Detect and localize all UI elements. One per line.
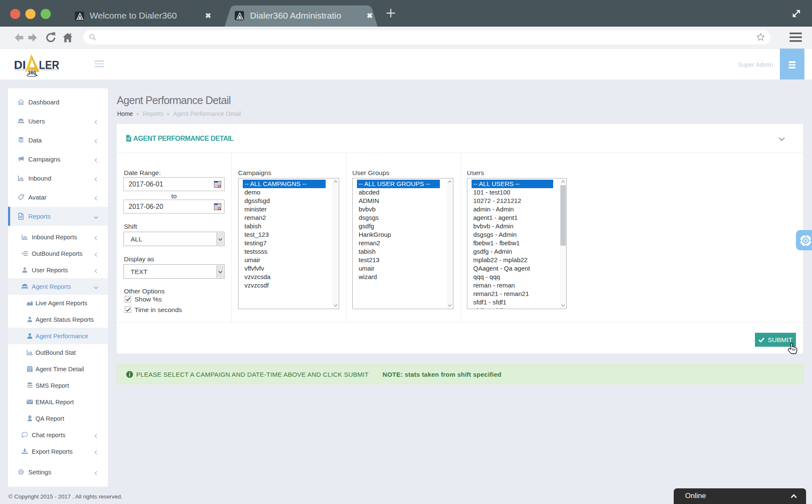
list-option[interactable]: testing7: [243, 239, 326, 247]
list-option[interactable]: vzvzcsdf: [243, 281, 326, 290]
sidebar-item-sms-report[interactable]: SMS Report: [8, 377, 108, 394]
list-option[interactable]: test_123: [243, 230, 326, 239]
scroll-down-icon[interactable]: [447, 302, 453, 309]
calendar-picker-icon[interactable]: [214, 203, 221, 210]
list-option[interactable]: QAagent - Qa agent: [472, 264, 553, 273]
scroll-down-icon[interactable]: [560, 302, 566, 309]
breadcrumb-home[interactable]: Home: [117, 110, 133, 117]
select-dropdown-button[interactable]: [217, 265, 224, 278]
scroll-up-icon[interactable]: [560, 178, 566, 185]
list-option[interactable]: reman - reman: [472, 281, 553, 290]
list-option[interactable]: admin - Admin: [472, 205, 553, 214]
browser-menu-icon[interactable]: [790, 31, 802, 44]
list-option[interactable]: tabish: [243, 222, 326, 230]
back-icon[interactable]: [14, 30, 25, 45]
list-option[interactable]: mplab22 - mplab22: [472, 256, 553, 264]
list-option[interactable]: 10272 - 2121212: [472, 197, 553, 205]
list-option[interactable]: sfdf1 - sfdf1: [472, 298, 553, 307]
list-option[interactable]: gsdfg: [357, 222, 440, 230]
sidebar-item-data[interactable]: Data: [8, 131, 108, 150]
user-name-label[interactable]: Super Admin: [738, 61, 773, 68]
list-option[interactable]: bvbvb: [357, 205, 440, 214]
forward-icon[interactable]: [27, 30, 38, 45]
sidebar-item-qa-report[interactable]: QA Report: [8, 410, 108, 427]
scroll-up-icon[interactable]: [447, 178, 453, 185]
window-minimize-button[interactable]: [25, 9, 36, 19]
sidebar-item-agent-time-detail[interactable]: Agent Time Detail: [8, 361, 108, 377]
window-close-button[interactable]: [10, 9, 20, 19]
list-option[interactable]: dsgsgs: [357, 214, 440, 222]
calendar-picker-icon[interactable]: [214, 181, 221, 188]
sidebar-item-inbound-reports[interactable]: Inbound Reports: [8, 229, 108, 245]
tab-close-icon[interactable]: ✖: [205, 11, 211, 20]
scrollbar-thumb[interactable]: [560, 185, 566, 246]
sidebar-item-agent-status-reports[interactable]: Agent Status Reports: [8, 311, 108, 328]
sidebar-item-outbound-stat[interactable]: OutBound Stat: [8, 344, 108, 361]
sidebar-item-chat-reports[interactable]: Chat reports: [8, 427, 108, 443]
list-option[interactable]: abcded: [357, 188, 440, 197]
sidebar-item-live-agent-reports[interactable]: Live Agent Reports: [8, 295, 108, 311]
select-dropdown-button[interactable]: [217, 233, 224, 245]
list-option[interactable]: -- ALL USERS --: [472, 180, 553, 188]
user-groups-listbox[interactable]: -- ALL USER GROUPS --abcdedADMINbvbvbdsg…: [352, 178, 453, 309]
date-from-input[interactable]: 2017-06-01: [123, 177, 225, 191]
chat-status-bar[interactable]: Online: [674, 488, 806, 504]
list-option[interactable]: qqq - qqq: [472, 273, 553, 281]
list-option[interactable]: -- ALL CAMPAIGNS --: [243, 180, 326, 188]
list-option[interactable]: dsgsgs - Admin: [472, 230, 553, 239]
listbox-scrollbar[interactable]: [447, 178, 453, 309]
sidebar-item-reports[interactable]: Reports: [8, 207, 108, 226]
list-option[interactable]: tabish: [357, 247, 440, 256]
tab-close-icon[interactable]: ✖: [367, 11, 373, 20]
fullscreen-icon[interactable]: [790, 7, 803, 20]
list-option[interactable]: testssss: [243, 247, 326, 256]
checkbox[interactable]: [125, 296, 131, 302]
list-option[interactable]: vffvfvfv: [243, 264, 326, 273]
list-option[interactable]: minister: [243, 205, 326, 214]
list-option[interactable]: sfdf2 - sfdf2: [472, 307, 553, 309]
list-option[interactable]: 101 - test100: [472, 188, 553, 197]
list-option[interactable]: fbebw1 - fbebw1: [472, 239, 553, 247]
support-widget-handle[interactable]: [796, 230, 812, 250]
home-icon[interactable]: [62, 30, 74, 45]
display-as-select[interactable]: TEXT: [123, 264, 225, 279]
bookmark-star-icon[interactable]: [756, 32, 765, 42]
list-option[interactable]: test213: [357, 256, 440, 264]
list-option[interactable]: umair: [357, 264, 440, 273]
shift-select[interactable]: ALL: [123, 232, 225, 246]
sidebar-item-inbound[interactable]: Inbound: [8, 169, 108, 188]
sidebar-item-agent-performance[interactable]: Agent Performance: [8, 328, 108, 344]
collapse-chevron-icon[interactable]: [778, 135, 785, 142]
address-bar[interactable]: [83, 30, 771, 44]
list-option[interactable]: reman2: [357, 239, 440, 247]
sidebar-item-settings[interactable]: Settings: [8, 463, 108, 482]
sidebar-item-avatar[interactable]: Avatar: [8, 188, 108, 207]
checkbox-row-time-in-seconds[interactable]: Time in seconds: [125, 307, 182, 313]
listbox-scrollbar[interactable]: [560, 178, 566, 309]
users-listbox[interactable]: -- ALL USERS --101 - test10010272 - 2121…: [467, 178, 567, 309]
list-option[interactable]: HankGroup: [357, 230, 440, 239]
list-option[interactable]: reman2: [243, 214, 326, 222]
reload-icon[interactable]: [45, 30, 57, 45]
list-option[interactable]: dgssfsgd: [243, 197, 326, 205]
scroll-up-icon[interactable]: [332, 178, 339, 185]
sidebar-item-user-reports[interactable]: User Reports: [8, 262, 108, 278]
window-zoom-button[interactable]: [41, 9, 51, 19]
sidebar-item-agent-reports[interactable]: Agent Reports: [8, 278, 108, 295]
sidebar-toggle-icon[interactable]: [95, 60, 104, 67]
sidebar-item-outbound-reports[interactable]: OutBound Reports: [8, 245, 108, 262]
chevron-up-icon[interactable]: [790, 494, 797, 499]
scroll-down-icon[interactable]: [332, 302, 339, 309]
sidebar-item-dashboard[interactable]: Dashboard: [8, 93, 108, 112]
sidebar-item-users[interactable]: Users: [8, 112, 108, 131]
sidebar-item-campaigns[interactable]: Campaigns: [8, 150, 108, 169]
header-menu-button[interactable]: [780, 49, 804, 79]
list-option[interactable]: reman21 - reman21: [472, 290, 553, 298]
sidebar-item-export-reports[interactable]: Export Reports: [8, 443, 108, 460]
browser-tab-administration[interactable]: Dialer360 Administratio ✖: [225, 5, 378, 27]
list-option[interactable]: bvbvb - Admin: [472, 222, 553, 230]
list-option[interactable]: umair: [243, 256, 326, 264]
list-option[interactable]: gsdfg - Admin: [472, 247, 553, 256]
list-option[interactable]: -- ALL USER GROUPS --: [357, 180, 440, 188]
list-option[interactable]: vzvzcsda: [243, 273, 326, 281]
